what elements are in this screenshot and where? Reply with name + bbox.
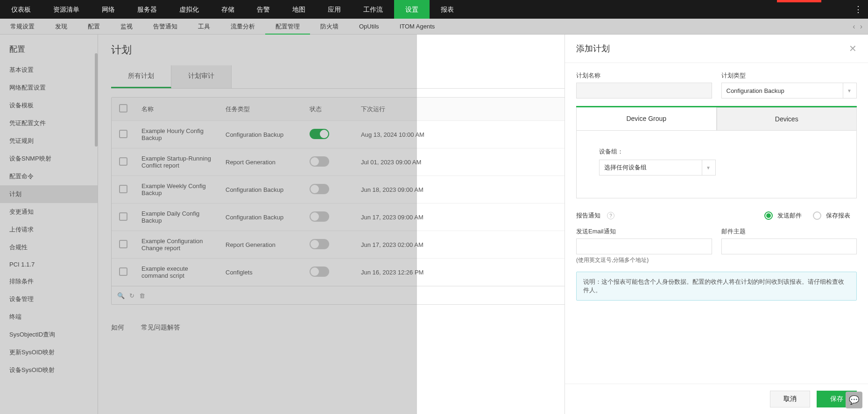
nav-workflow[interactable]: 工作流 <box>352 0 394 19</box>
subnav-itom-agents[interactable]: ITOM Agents <box>389 19 445 35</box>
modal-overlay[interactable] <box>0 35 417 414</box>
subnav-oputils[interactable]: OpUtils <box>349 19 389 35</box>
nav-settings[interactable]: 设置 <box>394 0 430 19</box>
add-schedule-panel: 添加计划 ✕ 计划名称 计划类型 Configuration Backup ▼ … <box>565 35 868 414</box>
radio-send-email-label: 发送邮件 <box>777 211 802 220</box>
nav-inventory[interactable]: 资源清单 <box>42 0 91 19</box>
subnav-monitoring[interactable]: 监视 <box>110 19 143 35</box>
more-menu-icon[interactable]: ⋮ <box>848 4 868 14</box>
subnav-scroll-arrows: ‹ › <box>847 22 868 31</box>
schedule-type-value: Configuration Backup <box>727 87 784 94</box>
subnav-firewall[interactable]: 防火墙 <box>310 19 349 35</box>
subnav-config-mgmt[interactable]: 配置管理 <box>265 19 310 35</box>
schedule-type-select[interactable]: Configuration Backup ▼ <box>721 83 857 98</box>
tab-device-group[interactable]: Device Group <box>576 107 717 131</box>
device-group-select[interactable]: 选择任何设备组 ▼ <box>599 160 716 175</box>
radio-save-report-label: 保存报表 <box>826 211 850 220</box>
schedule-type-label: 计划类型 <box>721 71 857 80</box>
radio-save-report[interactable] <box>813 211 821 220</box>
subnav-scroll-left-icon[interactable]: ‹ <box>851 22 857 31</box>
device-group-panel: 设备组： 选择任何设备组 ▼ <box>576 131 857 198</box>
email-subject-input[interactable] <box>721 239 857 254</box>
chat-icon[interactable]: 💬 <box>846 392 862 408</box>
email-subject-label: 邮件主题 <box>721 227 857 236</box>
help-icon[interactable]: ? <box>607 212 614 219</box>
nav-network[interactable]: 网络 <box>91 0 126 19</box>
nav-reports[interactable]: 报表 <box>430 0 465 19</box>
nav-storage[interactable]: 存储 <box>210 0 246 19</box>
radio-send-email[interactable] <box>764 211 773 220</box>
privacy-note: 说明：这个报表可能包含个人身份数据。配置的收件人将在计划的时间收到该报表。请仔细… <box>576 272 857 301</box>
tab-devices[interactable]: Devices <box>717 107 857 131</box>
nav-maps[interactable]: 地图 <box>281 0 317 19</box>
cancel-button[interactable]: 取消 <box>770 391 810 407</box>
device-group-value: 选择任何设备组 <box>604 163 647 172</box>
close-icon[interactable]: ✕ <box>849 43 857 54</box>
report-notify-label: 报告通知 <box>576 211 600 220</box>
panel-title: 添加计划 <box>576 43 610 54</box>
email-notify-input[interactable] <box>576 239 712 254</box>
nav-servers[interactable]: 服务器 <box>126 0 168 19</box>
nav-apps[interactable]: 应用 <box>317 0 352 19</box>
schedule-name-input[interactable] <box>576 83 712 98</box>
schedule-name-label: 计划名称 <box>576 71 712 80</box>
subnav-scroll-right-icon[interactable]: › <box>858 22 864 31</box>
nav-virtualization[interactable]: 虚拟化 <box>168 0 210 19</box>
top-nav: 仪表板 资源清单 网络 服务器 虚拟化 存储 告警 地图 应用 工作流 设置 报… <box>0 0 868 19</box>
nav-dashboard[interactable]: 仪表板 <box>0 0 42 19</box>
subnav-flow-analysis[interactable]: 流量分析 <box>220 19 265 35</box>
chevron-down-icon: ▼ <box>702 160 711 175</box>
subnav-alarm-notify[interactable]: 告警通知 <box>143 19 188 35</box>
subnav-configuration[interactable]: 配置 <box>78 19 110 35</box>
subnav-general[interactable]: 常规设置 <box>0 19 45 35</box>
target-tabs: Device Group Devices <box>576 106 857 131</box>
email-hint: (使用英文逗号,分隔多个地址) <box>576 256 712 264</box>
email-notify-label: 发送Email通知 <box>576 227 712 236</box>
alert-indicator-bar <box>777 0 821 2</box>
sub-nav: 常规设置 发现 配置 监视 告警通知 工具 流量分析 配置管理 防火墙 OpUt… <box>0 19 868 35</box>
subnav-tools[interactable]: 工具 <box>188 19 220 35</box>
chevron-down-icon: ▼ <box>843 83 852 98</box>
subnav-discovery[interactable]: 发现 <box>45 19 78 35</box>
nav-alarms[interactable]: 告警 <box>246 0 281 19</box>
device-group-label: 设备组： <box>599 147 834 156</box>
